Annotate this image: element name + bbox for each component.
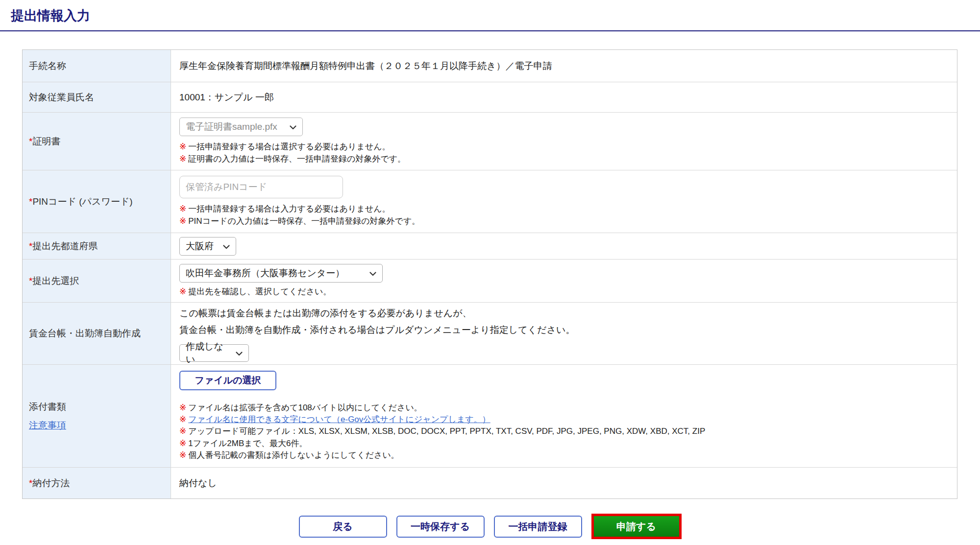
pin-code-label: *PINコード (パスワード)	[23, 170, 171, 233]
pin-note-1: ※一括申請登録する場合は入力する必要はありません。	[179, 203, 952, 215]
attachment-note-2: ※ファイル名に使用できる文字について（e-Gov公式サイトにジャンプします。）	[179, 414, 952, 426]
save-temporary-button[interactable]: 一時保存する	[396, 516, 485, 538]
row-payment-method: *納付方法 納付なし	[23, 468, 957, 498]
ledger-autocreate-select[interactable]: 作成しない	[179, 344, 249, 362]
prefecture-label: *提出先都道府県	[23, 233, 171, 259]
ledger-autocreate-value-cell: この帳票は賃金台帳または出勤簿の添付をする必要がありませんが、 賃金台帳・出勤簿…	[171, 303, 957, 364]
certificate-note-2: ※証明書の入力値は一時保存、一括申請登録の対象外です。	[179, 153, 952, 165]
attachment-note-5: ※個人番号記載の書類は添付しないようにしてください。	[179, 450, 952, 461]
office-select-value-cell: 吹田年金事務所（大阪事務センター） ※提出先を確認し、選択してください。	[171, 260, 957, 302]
certificate-select[interactable]: 電子証明書sample.pfx	[179, 118, 303, 136]
page-title: 提出情報入力	[11, 7, 980, 24]
chevron-down-icon	[290, 121, 296, 132]
page-header: 提出情報入力	[0, 0, 980, 31]
chevron-down-icon	[223, 241, 230, 252]
office-select-label: *提出先選択	[23, 260, 171, 302]
payment-method-label: *納付方法	[23, 468, 171, 498]
prefecture-select[interactable]: 大阪府	[179, 237, 236, 256]
attachment-note-4: ※1ファイル2MBまで、最大6件。	[179, 438, 952, 450]
attachment-precautions-link[interactable]: 注意事項	[29, 420, 66, 430]
row-employee-name: 対象従業員氏名 10001：サンプル 一郎	[23, 82, 957, 113]
submit-button[interactable]: 申請する	[591, 514, 682, 539]
prefecture-value-cell: 大阪府	[171, 233, 957, 259]
ledger-description-line2: 賃金台帳・出勤簿を自動作成・添付される場合はプルダウンメニューより指定してくださ…	[179, 322, 952, 338]
procedure-name-value: 厚生年金保険養育期間標準報酬月額特例申出書（２０２５年１月以降手続き）／電子申請	[171, 50, 957, 82]
back-button[interactable]: 戻る	[299, 516, 387, 538]
button-bar: 戻る 一時保存する 一括申請登録 申請する	[0, 514, 980, 539]
chevron-down-icon	[369, 268, 376, 279]
employee-name-value: 10001：サンプル 一郎	[171, 82, 957, 112]
row-ledger-autocreate: 賃金台帳・出勤簿自動作成 この帳票は賃金台帳または出勤簿の添付をする必要がありま…	[23, 303, 957, 365]
chevron-down-icon	[236, 348, 243, 358]
pin-note-2: ※PINコードの入力値は一時保存、一括申請登録の対象外です。	[179, 215, 952, 227]
attachments-value-cell: ファイルの選択 ※ファイル名は拡張子を含めて108バイト以内にしてください。 ※…	[171, 365, 957, 467]
certificate-label: *証明書	[23, 113, 171, 170]
office-note-1: ※提出先を確認し、選択してください。	[179, 286, 952, 298]
batch-register-button[interactable]: 一括申請登録	[494, 516, 582, 538]
row-prefecture: *提出先都道府県 大阪府	[23, 233, 957, 260]
attachments-label: 添付書類	[29, 401, 171, 413]
row-procedure-name: 手続名称 厚生年金保険養育期間標準報酬月額特例申出書（２０２５年１月以降手続き）…	[23, 50, 957, 82]
attachment-note-1: ※ファイル名は拡張子を含めて108バイト以内にしてください。	[179, 402, 952, 414]
filename-characters-link[interactable]: ファイル名に使用できる文字について（e-Gov公式サイトにジャンプします。）	[188, 415, 490, 424]
pin-code-input[interactable]	[179, 176, 343, 198]
row-certificate: *証明書 電子証明書sample.pfx ※一括申請登録する場合は選択する必要は…	[23, 113, 957, 170]
row-pin-code: *PINコード (パスワード) ※一括申請登録する場合は入力する必要はありません…	[23, 170, 957, 233]
attachment-note-3: ※アップロード可能ファイル：XLS, XLSX, XLSM, XLSB, DOC…	[179, 426, 952, 437]
pin-code-value-cell: ※一括申請登録する場合は入力する必要はありません。 ※PINコードの入力値は一時…	[171, 170, 957, 233]
attachments-label-cell: 添付書類 注意事項	[23, 365, 171, 467]
payment-method-value: 納付なし	[171, 468, 957, 498]
submission-form-table: 手続名称 厚生年金保険養育期間標準報酬月額特例申出書（２０２５年１月以降手続き）…	[22, 49, 957, 499]
employee-name-label: 対象従業員氏名	[23, 82, 171, 112]
ledger-autocreate-label: 賃金台帳・出勤簿自動作成	[23, 303, 171, 364]
row-office-select: *提出先選択 吹田年金事務所（大阪事務センター） ※提出先を確認し、選択してくだ…	[23, 260, 957, 303]
ledger-description-line1: この帳票は賃金台帳または出勤簿の添付をする必要がありませんが、	[179, 305, 952, 322]
certificate-value-cell: 電子証明書sample.pfx ※一括申請登録する場合は選択する必要はありません…	[171, 113, 957, 170]
procedure-name-label: 手続名称	[23, 50, 171, 82]
row-attachments: 添付書類 注意事項 ファイルの選択 ※ファイル名は拡張子を含めて108バイト以内…	[23, 365, 957, 468]
file-select-button[interactable]: ファイルの選択	[179, 371, 276, 390]
office-select[interactable]: 吹田年金事務所（大阪事務センター）	[179, 264, 383, 283]
certificate-note-1: ※一括申請登録する場合は選択する必要はありません。	[179, 141, 952, 153]
